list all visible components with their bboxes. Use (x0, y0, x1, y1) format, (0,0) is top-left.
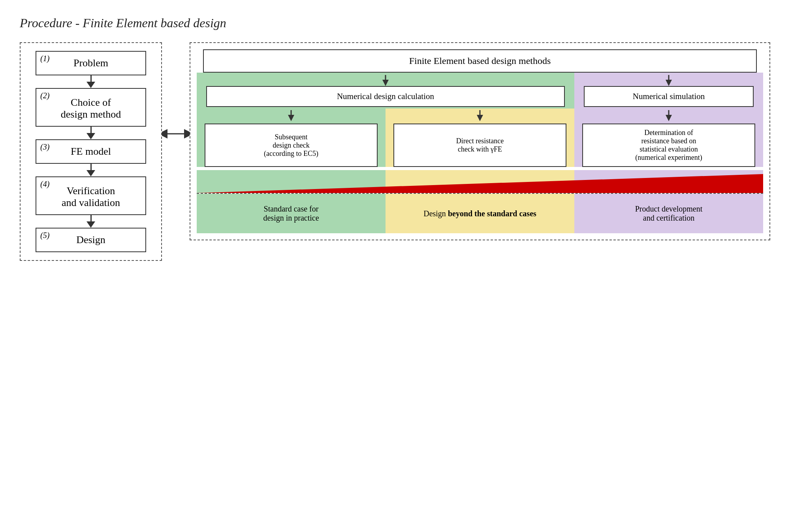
col-purple: Determination of resistance based on sta… (574, 109, 763, 167)
step-1-box: (1) Problem (36, 51, 146, 75)
arrow-1-2 (87, 75, 95, 88)
procedure-left-column: (1) Problem (2) Choice of design method … (20, 42, 162, 261)
step-2-box: (2) Choice of design method (36, 88, 146, 127)
method-box-3: Determination of resistance based on sta… (582, 124, 756, 167)
step-2-number: (2) (40, 91, 49, 100)
fe-header-box: Finite Element based design methods (203, 49, 757, 73)
effort-label: numerical effort (695, 176, 755, 187)
bottom-label-2-text: Design beyond the standard cases (423, 209, 536, 218)
method-columns: Subsequent design check (according to EC… (197, 109, 763, 167)
bottom-label-3: Product development and certification (574, 194, 763, 233)
green-yellow-section: Numerical design calculation (197, 73, 574, 109)
step-5-number: (5) (40, 231, 49, 240)
step-5-label: Design (76, 234, 105, 245)
fe-diagram: Finite Element based design methods N (190, 42, 770, 240)
step-3-box: (3) FE model (36, 139, 146, 164)
svg-marker-8 (477, 115, 483, 121)
col-green: Subsequent design check (according to EC… (197, 109, 386, 167)
purple-section-top: Numerical simulation (574, 73, 763, 109)
col-yellow: Direct resistance check with γFE (386, 109, 574, 167)
arrow-4-5 (87, 215, 95, 228)
method-box-1: Subsequent design check (according to EC… (205, 124, 378, 167)
step-1-label: Problem (73, 57, 108, 69)
step-3-number: (3) (40, 142, 49, 152)
svg-marker-4 (666, 80, 672, 86)
svg-marker-11 (197, 174, 763, 193)
bottom-label-2: Design beyond the standard cases (386, 194, 574, 233)
effort-row: numerical effort (197, 170, 763, 193)
step-4-label: Verification and validation (62, 185, 120, 208)
step-2-label: Choice of design method (61, 97, 121, 120)
arrow-yellow (475, 110, 485, 121)
step-4-box: (4) Verification and validation (36, 176, 146, 215)
svg-marker-2 (382, 80, 389, 86)
svg-marker-6 (288, 115, 294, 121)
page-title: Procedure - Finite Element based design (20, 16, 770, 30)
effort-triangle-svg (197, 170, 763, 193)
arrow-purple (664, 110, 673, 121)
method-box-2: Direct resistance check with γFE (393, 124, 567, 167)
sim-box: Numerical simulation (584, 86, 754, 107)
fe-outer-dashed-border: Finite Element based design methods N (190, 42, 770, 240)
calc-box: Numerical design calculation (206, 86, 565, 107)
bottom-label-1: Standard case for design in practice (197, 194, 386, 233)
step-5-box: (5) Design (36, 228, 146, 252)
svg-marker-10 (666, 115, 672, 121)
arrow-2-3 (87, 127, 95, 139)
arrow-to-calc (381, 75, 390, 86)
arrow-3-4 (87, 164, 95, 176)
step-4-number: (4) (40, 180, 49, 189)
step-3-label: FE model (71, 146, 111, 157)
bottom-labels: Standard case for design in practice Des… (197, 194, 763, 233)
arrow-green (286, 110, 296, 121)
step-1-number: (1) (40, 54, 49, 63)
connector-double-arrow (162, 129, 190, 139)
arrow-to-sim (664, 75, 673, 86)
